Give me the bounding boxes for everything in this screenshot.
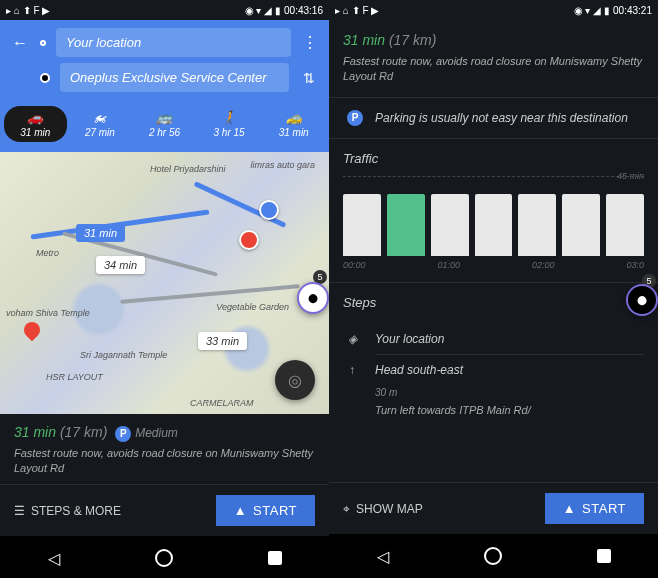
travel-modes: 🚗31 min 🏍27 min 🚌2 hr 56 🚶3 hr 15 🚕31 mi… (0, 100, 329, 152)
origin-input[interactable]: Your location (56, 28, 291, 57)
overview-sheet[interactable]: 31 min (17 km) Fastest route now, avoids… (329, 20, 658, 534)
map-poi-label: Metro (36, 248, 59, 258)
chart-axis: 00:0001:0002:0003:0 (343, 260, 644, 270)
step-item[interactable]: ↑ Head south-east (343, 355, 644, 385)
traffic-bar (343, 194, 381, 256)
parking-message: Parking is usually not easy near this de… (375, 111, 628, 125)
destination-pin (21, 319, 44, 342)
mode-motorcycle[interactable]: 🏍27 min (69, 106, 132, 142)
mode-walk[interactable]: 🚶3 hr 15 (198, 106, 261, 142)
nav-back[interactable]: ◁ (377, 547, 389, 566)
steps-section: Steps ◈ Your location ↑ Head south-east … (329, 282, 658, 434)
map-view[interactable]: 31 min 34 min 33 min Hotel Priyadarshini… (0, 152, 329, 414)
closure-marker (239, 230, 259, 250)
statusbar-left: ▸ ⌂ ⬆ F ▶ (6, 5, 50, 16)
route-description: Fastest route now, avoids road closure o… (343, 54, 644, 85)
map-poi-label: voham Shiva Temple (6, 308, 90, 318)
mode-drive[interactable]: 🚗31 min (4, 106, 67, 142)
nav-recents[interactable] (268, 551, 282, 565)
start-button[interactable]: ▲START (545, 493, 644, 524)
parking-level: Medium (135, 426, 178, 440)
statusbar: ▸ ⌂ ⬆ F ▶ ◉ ▾ ◢ ▮00:43:16 (0, 0, 329, 20)
map-poi-label: Hotel Priyadarshini (150, 164, 226, 174)
step-text: Head south-east (375, 363, 463, 377)
map-poi-label: Sri Jagannath Temple (80, 350, 167, 360)
nav-home[interactable] (155, 549, 173, 567)
steps-and-more-button[interactable]: ☰STEPS & MORE (14, 504, 121, 518)
nav-arrow-icon: ▲ (563, 501, 576, 516)
directions-header: ← Your location ⋮ Oneplus Exclusive Serv… (0, 20, 329, 100)
bus-icon: 🚌 (156, 110, 172, 125)
bottom-sheet: 31 min (17 km) P Medium Fastest route no… (0, 414, 329, 536)
origin-icon: ◈ (343, 332, 361, 346)
traffic-title: Traffic (343, 151, 644, 166)
back-button[interactable]: ← (10, 34, 30, 52)
nav-recents[interactable] (597, 549, 611, 563)
alt-route-1-label: 34 min (96, 256, 145, 274)
traffic-bar (562, 194, 600, 256)
chart-reference: 45 min (617, 171, 644, 181)
walk-icon: 🚶 (221, 110, 237, 125)
phone-left: ▸ ⌂ ⬆ F ▶ ◉ ▾ ◢ ▮00:43:16 ← Your locatio… (0, 0, 329, 578)
list-icon: ☰ (14, 504, 25, 518)
show-map-button[interactable]: ⌖SHOW MAP (343, 502, 423, 516)
steps-title: Steps (343, 295, 644, 310)
step-next: Turn left towards ITPB Main Rd/ (375, 404, 644, 416)
traffic-bar (606, 194, 644, 256)
arrow-up-icon: ↑ (343, 363, 361, 377)
statusbar-left: ▸ ⌂ ⬆ F ▶ (335, 5, 379, 16)
destination-input[interactable]: Oneplus Exclusive Service Center (60, 63, 289, 92)
map-poi-label: Vegetable Garden (216, 302, 289, 312)
phone-right: ▸ ⌂ ⬆ F ▶ ◉ ▾ ◢ ▮00:43:21 31 min (17 km)… (329, 0, 658, 578)
origin-dot-icon (40, 40, 46, 46)
route-distance: (17 km) (60, 424, 107, 440)
map-poi-label: limras auto gara (250, 160, 315, 170)
traffic-bar (431, 194, 469, 256)
parking-row: P Parking is usually not easy near this … (329, 97, 658, 139)
main-route-label: 31 min (76, 224, 125, 242)
traffic-bar (518, 194, 556, 256)
traffic-chart: 45 min (343, 176, 644, 256)
step-text: Your location (375, 332, 444, 346)
traffic-bar (475, 194, 513, 256)
route-description: Fastest route now, avoids road closure o… (14, 446, 315, 477)
nav-home[interactable] (484, 547, 502, 565)
traffic-bar-current (387, 194, 425, 256)
github-overlay-icon[interactable]: ⬤ (297, 282, 329, 314)
start-button[interactable]: ▲START (216, 495, 315, 526)
overflow-menu[interactable]: ⋮ (301, 33, 319, 52)
locate-button[interactable]: ◎ (275, 360, 315, 400)
car-icon: 🚗 (27, 110, 43, 125)
step-distance: 30 m (375, 387, 644, 398)
nav-back[interactable]: ◁ (48, 549, 60, 568)
step-item[interactable]: ◈ Your location (343, 324, 644, 354)
github-overlay-icon[interactable]: ⬤ (626, 284, 658, 316)
route-summary[interactable]: 31 min (17 km) P Medium Fastest route no… (0, 414, 329, 484)
alt-route-2-label: 33 min (198, 332, 247, 350)
origin-marker (259, 200, 279, 220)
parking-icon: P (347, 110, 363, 126)
parking-icon: P (115, 426, 131, 442)
statusbar-right: ◉ ▾ ◢ ▮00:43:16 (245, 5, 323, 16)
swap-button[interactable]: ⇅ (299, 70, 319, 86)
route-time: 31 min (14, 424, 56, 440)
route-distance: (17 km) (389, 32, 436, 48)
system-navbar: ◁ (0, 536, 329, 578)
taxi-icon: 🚕 (286, 110, 302, 125)
statusbar-right: ◉ ▾ ◢ ▮00:43:21 (574, 5, 652, 16)
nav-arrow-icon: ▲ (234, 503, 247, 518)
statusbar: ▸ ⌂ ⬆ F ▶ ◉ ▾ ◢ ▮00:43:21 (329, 0, 658, 20)
map-poi-label: CARMELARAM (190, 398, 254, 408)
traffic-section: Traffic 45 min 00:0001:0002:0003:0 (329, 139, 658, 282)
mode-transit[interactable]: 🚌2 hr 56 (133, 106, 196, 142)
system-navbar: ◁ (329, 534, 658, 578)
map-icon: ⌖ (343, 502, 350, 516)
destination-pin-icon (40, 73, 50, 83)
route-time: 31 min (343, 32, 385, 48)
motorcycle-icon: 🏍 (93, 110, 106, 125)
map-poi-label: HSR LAYOUT (46, 372, 103, 382)
mode-taxi[interactable]: 🚕31 min (262, 106, 325, 142)
